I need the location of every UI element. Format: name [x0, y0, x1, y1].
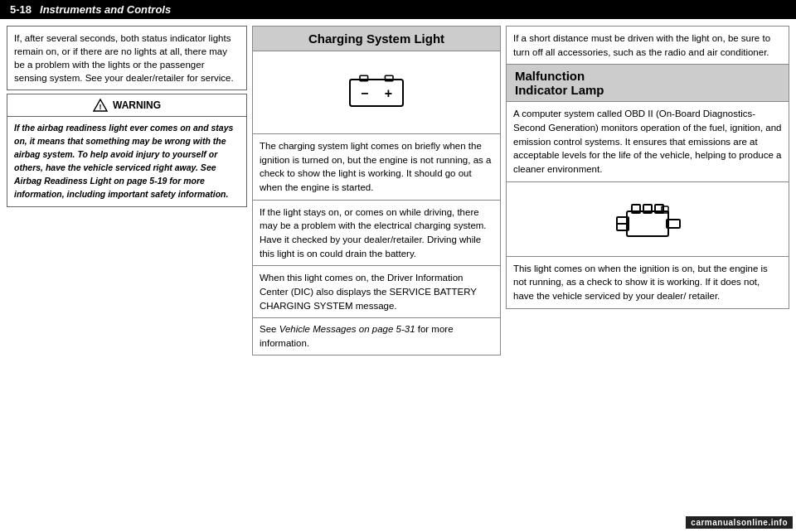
svg-text:+: + [385, 85, 392, 99]
malfunction-header: Malfunction Indicator Lamp [506, 65, 789, 102]
warning-box: ! WARNING If the airbag readiness light … [7, 94, 247, 207]
engine-light-icon [610, 188, 685, 250]
vehicle-messages-link: Vehicle Messages on page 5-31 [279, 324, 415, 334]
middle-column: Charging System Light − + The charging s… [252, 26, 501, 523]
section-title: Instruments and Controls [40, 3, 171, 16]
battery-icon: − + [343, 64, 410, 122]
warning-header: ! WARNING [7, 94, 246, 117]
page-number: 5-18 [10, 3, 32, 16]
charging-text-1: The charging system light comes on brief… [252, 134, 501, 201]
info-text: If, after several seconds, both status i… [14, 33, 234, 83]
svg-rect-2 [350, 80, 403, 106]
svg-rect-7 [627, 211, 668, 236]
info-box: If, after several seconds, both status i… [7, 26, 247, 90]
warning-label: WARNING [113, 99, 161, 111]
warning-triangle-icon: ! [93, 98, 108, 113]
svg-text:!: ! [100, 103, 102, 111]
right-column: If a short distance must be driven with … [506, 26, 789, 523]
engine-image-box [506, 182, 789, 257]
charging-text-4: See Vehicle Messages on page 5-31 for mo… [252, 318, 501, 355]
engine-light-text-box: This light comes on when the ignition is… [506, 257, 789, 309]
battery-image-box: − + [252, 51, 501, 134]
charging-text-2: If the light stays on, or comes on while… [252, 201, 501, 267]
right-top-text: If a short distance must be driven with … [506, 26, 789, 65]
malfunction-header-line2: Indicator Lamp [515, 83, 780, 97]
charging-text-3: When this light comes on, the Driver Inf… [252, 266, 501, 318]
warning-body-text: If the airbag readiness light ever comes… [14, 123, 233, 199]
page-header: 5-18 Instruments and Controls [0, 0, 796, 19]
left-column: If, after several seconds, both status i… [7, 26, 247, 523]
malfunction-header-line1: Malfunction [515, 69, 780, 83]
content-area: If, after several seconds, both status i… [0, 19, 796, 530]
charging-system-header: Charging System Light [252, 26, 501, 51]
svg-text:−: − [361, 85, 368, 99]
warning-body: If the airbag readiness light ever comes… [7, 117, 246, 206]
obd-text-box: A computer system called OBD II (On-Boar… [506, 102, 789, 181]
watermark: carmanualsonline.info [686, 516, 793, 529]
